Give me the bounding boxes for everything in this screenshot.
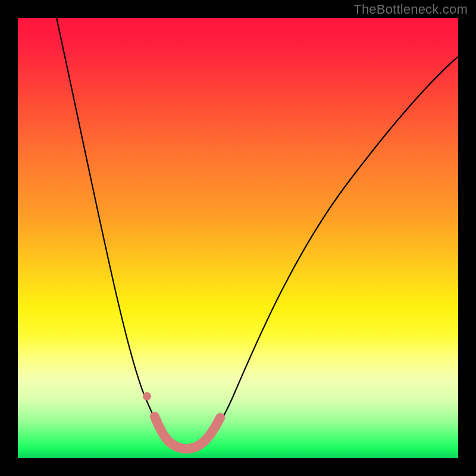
watermark-text: TheBottleneck.com	[353, 2, 468, 17]
bottleneck-curve	[57, 18, 458, 449]
chart-svg	[18, 18, 458, 458]
marker-band	[155, 416, 220, 449]
chart-frame: TheBottleneck.com	[0, 0, 476, 476]
marker-dot	[143, 392, 151, 400]
plot-area	[18, 18, 458, 458]
